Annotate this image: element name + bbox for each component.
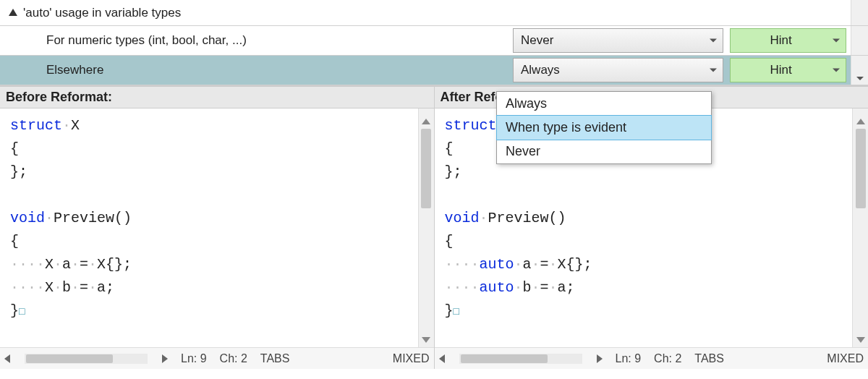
scroll-down-icon[interactable] (422, 337, 430, 343)
before-pane: struct·X { }; void·Preview() { ····X·a·=… (0, 108, 435, 369)
settings-group-row[interactable]: 'auto' usage in variable types (0, 0, 868, 26)
before-code[interactable]: struct·X { }; void·Preview() { ····X·a·=… (0, 108, 418, 347)
scroll-left-icon[interactable] (4, 354, 10, 363)
after-status-bar: Ln: 9 Ch: 2 TABS MIXED (435, 347, 869, 369)
value-dropdown[interactable]: Never (513, 28, 723, 53)
settings-row-numeric[interactable]: For numeric types (int, bool, char, ...)… (0, 26, 868, 56)
settings-scrollbar[interactable] (851, 56, 868, 85)
status-line: Ln: 9 (616, 352, 642, 365)
settings-scrollbar[interactable] (851, 26, 868, 55)
scroll-thumb[interactable] (26, 354, 113, 363)
status-tabs: TABS (260, 352, 290, 365)
before-status-bar: Ln: 9 Ch: 2 TABS MIXED (0, 347, 434, 369)
scroll-thumb[interactable] (421, 129, 431, 208)
scroll-left-icon[interactable] (439, 354, 445, 363)
status-enc: MIXED (827, 352, 864, 365)
scroll-right-icon[interactable] (597, 354, 603, 363)
value-dropdown-popup: Always When type is evident Never (496, 91, 712, 164)
collapse-triangle-icon[interactable] (9, 9, 17, 16)
scroll-thumb[interactable] (856, 129, 866, 208)
status-col: Ch: 2 (654, 352, 681, 365)
severity-dropdown[interactable]: Hint (730, 28, 846, 53)
group-label: 'auto' usage in variable types (23, 6, 181, 20)
scroll-up-icon[interactable] (856, 119, 865, 124)
dropdown-value: Never (521, 33, 553, 48)
dropdown-option[interactable]: When type is evident (496, 115, 712, 140)
value-dropdown[interactable]: Always (513, 58, 723, 82)
chevron-down-icon (833, 69, 840, 72)
scroll-thumb[interactable] (461, 354, 548, 363)
dropdown-value: Always (521, 63, 560, 77)
settings-scrollbar[interactable] (851, 0, 868, 25)
dropdown-option[interactable]: Never (497, 140, 711, 163)
row-label: For numeric types (int, bool, char, ...) (46, 33, 247, 48)
status-line: Ln: 9 (181, 352, 207, 365)
horizontal-scrollbar[interactable] (459, 354, 582, 364)
dropdown-option[interactable]: Always (497, 92, 711, 116)
status-enc: MIXED (393, 352, 430, 365)
settings-grid: 'auto' usage in variable types For numer… (0, 0, 868, 85)
status-tabs: TABS (694, 352, 724, 365)
severity-value: Hint (770, 63, 791, 77)
horizontal-scrollbar[interactable] (25, 354, 148, 364)
row-label: Elsewhere (46, 63, 103, 77)
scroll-down-icon[interactable] (856, 337, 865, 343)
preview-headers: Before Reformat: After Reformat: (0, 85, 868, 108)
vertical-scrollbar[interactable] (418, 108, 434, 347)
severity-dropdown[interactable]: Hint (730, 58, 846, 82)
severity-value: Hint (770, 33, 791, 48)
before-header: Before Reformat: (0, 87, 434, 108)
scroll-up-icon[interactable] (422, 119, 430, 124)
vertical-scrollbar[interactable] (852, 108, 868, 347)
settings-row-elsewhere[interactable]: Elsewhere Always Hint (0, 56, 868, 85)
chevron-down-icon (856, 77, 864, 80)
status-col: Ch: 2 (220, 352, 247, 365)
chevron-down-icon (710, 69, 717, 72)
preview-panes: struct·X { }; void·Preview() { ····X·a·=… (0, 108, 868, 369)
chevron-down-icon (833, 39, 840, 43)
scroll-right-icon[interactable] (162, 354, 168, 363)
chevron-down-icon (710, 39, 717, 43)
